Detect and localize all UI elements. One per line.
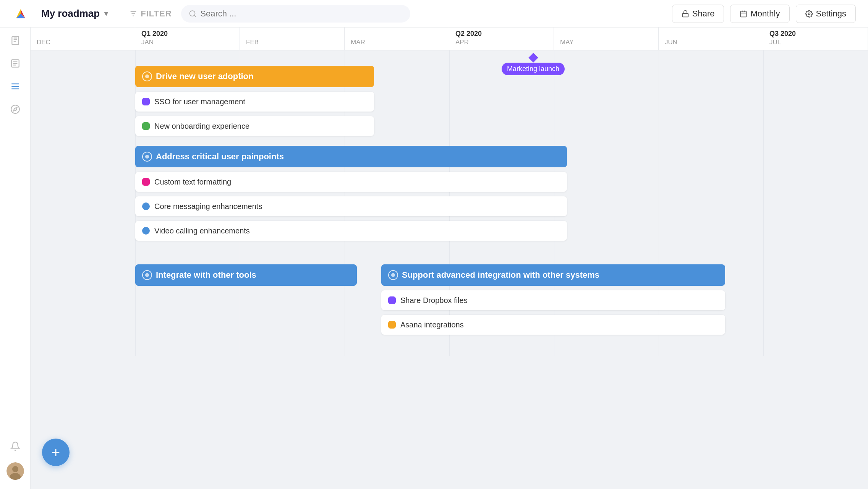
timeline-inner: DEC Q1 2020 JAN FEB MAR Q2 2020 APR MAY: [31, 28, 868, 356]
monthly-label: Monthly: [750, 9, 780, 19]
page-title[interactable]: My roadmap ▾: [41, 8, 108, 19]
feature-dot-coremsg: [142, 202, 150, 210]
feature-dropbox[interactable]: Share Dropbox files: [381, 290, 725, 310]
col-jan: Q1 2020 JAN: [135, 28, 240, 50]
svg-point-29: [808, 13, 810, 15]
epic-title-4: Support advanced integration with other …: [402, 270, 599, 280]
filter-button[interactable]: FILTER: [129, 9, 172, 19]
timeline-wrapper[interactable]: DEC Q1 2020 JAN FEB MAR Q2 2020 APR MAY: [31, 28, 868, 356]
month-jun: JUN: [665, 39, 677, 46]
col-apr: Q2 2020 APR: [449, 28, 554, 50]
col-dec: DEC: [31, 28, 135, 50]
col-jun: JUN: [659, 28, 763, 50]
svg-line-23: [194, 15, 196, 17]
epic-integrate-tools[interactable]: Integrate with other tools: [135, 264, 357, 286]
epic-drive-user-adoption[interactable]: Drive new user adoption: [135, 66, 374, 87]
timeline-header: DEC Q1 2020 JAN FEB MAR Q2 2020 APR MAY: [31, 28, 868, 50]
svg-point-14: [12, 466, 18, 472]
avatar[interactable]: [6, 462, 24, 480]
month-dec: DEC: [37, 39, 50, 46]
epic-title: Drive new user adoption: [156, 71, 254, 81]
feature-asana[interactable]: Asana integrations: [381, 315, 725, 335]
filter-icon: [129, 10, 138, 18]
sidebar-bottom: [5, 436, 25, 480]
share-icon: [682, 10, 689, 18]
monthly-button[interactable]: Monthly: [730, 5, 789, 23]
feature-dot-videocall: [142, 227, 150, 235]
feature-video-calling[interactable]: Video calling enhancements: [135, 221, 567, 241]
epic-icon-4: [388, 270, 398, 280]
milestone-marketing-launch: Marketing launch: [502, 50, 565, 75]
notifications-icon[interactable]: [5, 436, 25, 456]
feature-dot-dropbox: [388, 296, 396, 304]
page-title-text: My roadmap: [41, 8, 100, 19]
sidebar-item-compass[interactable]: [5, 99, 25, 119]
search-container[interactable]: [181, 5, 410, 23]
feature-dot-onboarding: [142, 122, 150, 130]
share-label: Share: [692, 9, 715, 19]
epic-advanced-integration[interactable]: Support advanced integration with other …: [381, 264, 725, 286]
timeline-grid: Marketing launch Drive new user adoption…: [31, 50, 868, 356]
epic-title-3: Integrate with other tools: [156, 270, 256, 280]
feature-title-dropbox: Share Dropbox files: [400, 296, 468, 305]
settings-button[interactable]: Settings: [796, 5, 856, 23]
sidebar-item-roadmap[interactable]: [5, 76, 25, 96]
feature-dot-customtext: [142, 178, 150, 186]
feature-core-messaging[interactable]: Core messaging enhancements: [135, 196, 567, 216]
col-mar: MAR: [345, 28, 449, 50]
svg-rect-24: [682, 13, 688, 17]
month-may: MAY: [560, 39, 574, 46]
svg-point-22: [189, 11, 195, 16]
svg-rect-25: [741, 11, 747, 17]
feature-title-onboarding: New onboarding experience: [154, 122, 249, 131]
svg-marker-12: [13, 107, 17, 111]
share-button[interactable]: Share: [672, 5, 724, 23]
month-jan: JAN: [141, 39, 154, 46]
feature-dot-sso: [142, 98, 150, 105]
fab-add-button[interactable]: +: [42, 439, 70, 466]
svg-rect-0: [12, 36, 18, 45]
col-jul: Q3 2020 JUL: [763, 28, 868, 50]
milestone-label: Marketing launch: [502, 63, 565, 75]
col-may: MAY: [554, 28, 659, 50]
feature-title-sso: SSO for user management: [154, 97, 245, 106]
quarter-q3: Q3 2020: [769, 30, 796, 38]
feature-title-asana: Asana integrations: [400, 321, 464, 329]
main-content: DEC Q1 2020 JAN FEB MAR Q2 2020 APR MAY: [31, 28, 868, 489]
title-chevron-icon: ▾: [104, 10, 108, 18]
milestone-diamond: [528, 53, 538, 62]
search-icon: [189, 10, 197, 18]
navbar: My roadmap ▾ FILTER Share Monthly: [0, 0, 868, 28]
feature-dot-asana: [388, 321, 396, 329]
month-apr: APR: [455, 39, 469, 46]
fab-label: +: [52, 444, 60, 461]
quarter-q2: Q2 2020: [455, 30, 482, 38]
settings-label: Settings: [816, 9, 847, 19]
filter-label: FILTER: [141, 9, 172, 19]
epic-icon-2: [142, 152, 152, 162]
sidebar-item-list[interactable]: [5, 53, 25, 73]
vline-6: [659, 50, 659, 356]
app-logo: [12, 5, 29, 22]
feature-title-coremsg: Core messaging enhancements: [154, 202, 262, 211]
settings-icon: [805, 10, 813, 18]
epic-icon-3: [142, 270, 152, 280]
month-jul: JUL: [769, 39, 781, 46]
epic-icon: [142, 71, 152, 81]
feature-sso[interactable]: SSO for user management: [135, 92, 374, 112]
calendar-icon: [740, 10, 747, 18]
svg-point-11: [11, 105, 19, 113]
sidebar-item-document[interactable]: [5, 31, 25, 50]
feature-onboarding[interactable]: New onboarding experience: [135, 116, 374, 136]
month-mar: MAR: [351, 39, 365, 46]
epic-user-painpoints[interactable]: Address critical user painpoints: [135, 146, 567, 167]
feature-title-customtext: Custom text formatting: [154, 178, 231, 186]
nav-right-buttons: Share Monthly Settings: [672, 5, 856, 23]
feature-custom-text[interactable]: Custom text formatting: [135, 172, 567, 192]
vline-7: [763, 50, 764, 356]
feature-title-videocall: Video calling enhancements: [154, 227, 250, 235]
col-feb: FEB: [240, 28, 345, 50]
search-input[interactable]: [200, 9, 402, 19]
quarter-q1: Q1 2020: [141, 30, 168, 38]
epic-title-2: Address critical user painpoints: [156, 152, 284, 162]
